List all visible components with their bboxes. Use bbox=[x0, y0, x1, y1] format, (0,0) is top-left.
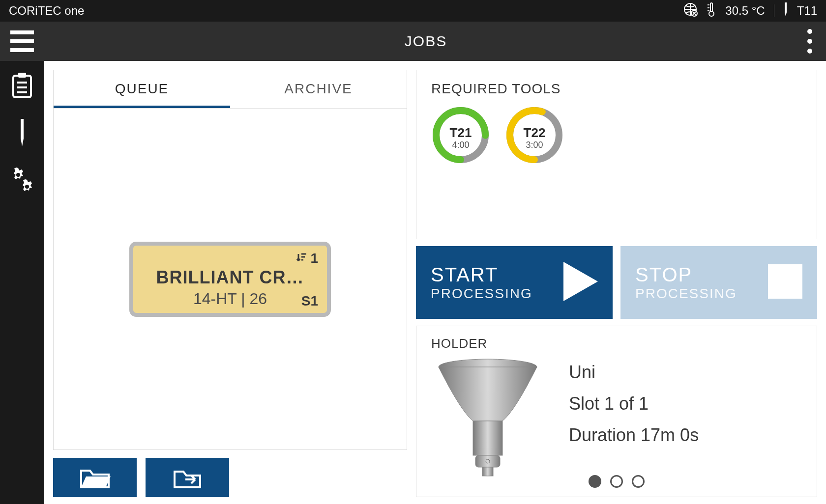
jobs-panel: QUEUE ARCHIVE 1 BRILLIANT CR… 14-HT | 26 bbox=[53, 70, 407, 450]
svg-rect-2 bbox=[710, 3, 712, 12]
holder-panel: HOLDER bbox=[416, 326, 817, 497]
tool-time: 3:00 bbox=[505, 140, 564, 150]
stop-sublabel: PROCESSING bbox=[635, 286, 737, 302]
sort-icon bbox=[296, 251, 307, 266]
stop-icon bbox=[768, 264, 802, 301]
holder-heading: HOLDER bbox=[431, 336, 802, 351]
tool-time: 4:00 bbox=[431, 140, 490, 150]
required-tools-heading: REQUIRED TOOLS bbox=[431, 81, 802, 97]
tool-ring-t22[interactable]: T22 3:00 bbox=[505, 106, 564, 165]
job-name: BRILLIANT CR… bbox=[143, 267, 317, 288]
svg-rect-4 bbox=[785, 2, 787, 12]
stop-processing-button[interactable]: STOP PROCESSING bbox=[620, 246, 817, 319]
job-order: 1 bbox=[310, 251, 318, 266]
tool-label: T21 bbox=[431, 125, 490, 140]
job-sub: 14-HT | 26 bbox=[143, 290, 317, 308]
svg-rect-19 bbox=[473, 421, 502, 455]
more-button[interactable] bbox=[807, 29, 812, 54]
globe-icon[interactable] bbox=[683, 2, 698, 20]
separator bbox=[774, 4, 774, 17]
nav-settings-icon[interactable] bbox=[8, 166, 36, 196]
thermometer-icon bbox=[707, 2, 716, 20]
holder-pager bbox=[589, 475, 645, 488]
holder-icon bbox=[431, 357, 544, 482]
holder-duration: Duration 17m 0s bbox=[569, 425, 699, 446]
start-sublabel: PROCESSING bbox=[431, 286, 532, 302]
tab-queue[interactable]: QUEUE bbox=[54, 70, 230, 108]
pager-dot-1[interactable] bbox=[589, 475, 601, 488]
job-slot: S1 bbox=[301, 293, 318, 309]
tool-label: T22 bbox=[505, 125, 564, 140]
svg-rect-20 bbox=[475, 455, 500, 467]
nav-jobs-icon[interactable] bbox=[10, 73, 34, 101]
required-tools-panel: REQUIRED TOOLS T21 4:00 bbox=[416, 70, 817, 239]
app-title: CORiTEC one bbox=[9, 4, 683, 18]
nav-tool-icon[interactable] bbox=[19, 119, 26, 148]
menu-button[interactable] bbox=[0, 22, 44, 61]
stop-label: STOP bbox=[635, 264, 737, 286]
job-card[interactable]: 1 BRILLIANT CR… 14-HT | 26 S1 bbox=[129, 242, 331, 317]
current-tool: T11 bbox=[797, 4, 817, 18]
tab-archive[interactable]: ARCHIVE bbox=[230, 70, 407, 108]
header-bar: JOBS bbox=[0, 22, 826, 61]
temperature-value: 30.5 °C bbox=[725, 4, 765, 18]
play-icon bbox=[563, 262, 598, 303]
pager-dot-2[interactable] bbox=[610, 475, 623, 488]
start-label: START bbox=[431, 264, 532, 286]
tool-ring-t21[interactable]: T21 4:00 bbox=[431, 106, 490, 165]
holder-name: Uni bbox=[569, 362, 699, 383]
side-nav bbox=[0, 61, 44, 504]
pager-dot-3[interactable] bbox=[632, 475, 645, 488]
open-folder-button[interactable] bbox=[53, 458, 137, 497]
tool-bit-icon bbox=[783, 2, 788, 19]
svg-rect-8 bbox=[21, 119, 24, 139]
export-button[interactable] bbox=[146, 458, 229, 497]
page-title: JOBS bbox=[44, 33, 807, 50]
svg-marker-9 bbox=[21, 139, 24, 146]
svg-rect-17 bbox=[768, 264, 802, 299]
svg-marker-5 bbox=[785, 12, 787, 16]
status-bar: CORiTEC one 30.5 °C T11 bbox=[0, 0, 826, 22]
svg-rect-7 bbox=[18, 73, 26, 78]
start-processing-button[interactable]: START PROCESSING bbox=[416, 246, 613, 319]
holder-slot: Slot 1 of 1 bbox=[569, 393, 699, 414]
svg-rect-21 bbox=[482, 467, 493, 476]
svg-marker-16 bbox=[563, 262, 598, 301]
svg-point-10 bbox=[16, 173, 20, 177]
svg-point-11 bbox=[25, 185, 29, 189]
